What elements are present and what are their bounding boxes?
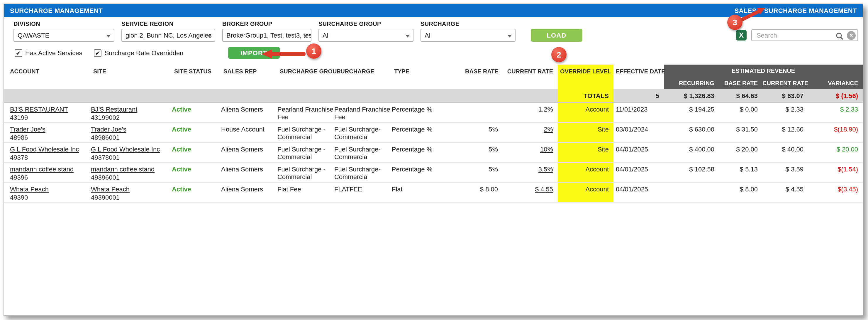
division-label: DIVISION	[13, 21, 114, 27]
er-variance-cell: $ 2.33	[808, 102, 863, 122]
sales-rep-cell: Aliena Somers	[221, 102, 277, 122]
col-header-site[interactable]: SITE	[91, 65, 172, 89]
filter-surcharge: SURCHARGE All	[421, 21, 516, 42]
override-level-cell: Account	[558, 162, 614, 182]
service-region-value: gion 2, Bunn NC, Los Angeles	[125, 32, 212, 39]
col-header-er-recurring[interactable]: RECURRING	[664, 76, 719, 89]
site-link[interactable]: G L Food Wholesale Inc	[91, 145, 160, 152]
er-current-rate-cell: $ 40.00	[763, 142, 808, 162]
broker-group-select[interactable]: BrokerGroup1, Test, test3, tes	[222, 29, 311, 42]
col-header-type[interactable]: TYPE	[392, 65, 463, 89]
chevron-down-icon	[405, 35, 410, 37]
current-rate-cell: 2%	[503, 122, 558, 142]
site-link[interactable]: mandarin coffee stand	[91, 165, 155, 172]
col-header-current-rate[interactable]: CURRENT RATE	[503, 65, 558, 89]
account-cell: G L Food Wholesale Inc 49378	[4, 142, 91, 162]
status-badge: Active	[172, 165, 191, 172]
surcharge-cell: Fuel Surcharge- Commercial	[334, 162, 392, 182]
site-number: 43199002	[91, 114, 172, 121]
er-base-rate-cell: $ 5.13	[719, 162, 763, 182]
site-link[interactable]: BJ'S Restaurant	[91, 106, 137, 112]
filter-division: DIVISION QAWASTE	[13, 21, 114, 42]
er-variance-cell: $(1.54)	[808, 162, 863, 182]
totals-label: TOTALS	[558, 89, 614, 102]
account-link[interactable]: G L Food Wholesale Inc	[10, 145, 79, 152]
account-link[interactable]: Whata Peach	[10, 185, 49, 192]
override-level-cell: Account	[558, 102, 614, 122]
surcharge-select[interactable]: All	[421, 29, 516, 42]
type-cell: Percentage %	[392, 142, 463, 162]
account-link[interactable]: BJ'S RESTAURANT	[10, 106, 68, 112]
table-header-row: ACCOUNT SITE SITE STATUS SALES REP SURCH…	[4, 65, 863, 76]
export-search-tools: X ✕	[736, 29, 858, 42]
search-box: ✕	[751, 29, 858, 41]
surcharge-rate-overridden-checkbox[interactable]	[94, 49, 101, 57]
clear-search-icon[interactable]: ✕	[847, 31, 856, 40]
surcharge-group-label: SURCHARGE GROUP	[318, 21, 413, 27]
account-link[interactable]: Trader Joe's	[10, 125, 45, 133]
current-rate-link[interactable]: 2%	[544, 125, 553, 133]
col-header-base-rate[interactable]: BASE RATE	[463, 65, 503, 89]
base-rate-cell: $ 8.00	[463, 182, 503, 202]
er-current-rate-cell: $ 4.55	[763, 182, 808, 202]
override-level-cell: Account	[558, 182, 614, 202]
er-current-rate-cell: $ 3.59	[763, 162, 808, 182]
site-link[interactable]: Trader Joe's	[91, 125, 126, 133]
surcharge-group-cell: Fuel Surcharge - Commercial	[277, 122, 334, 142]
service-region-select[interactable]: gion 2, Bunn NC, Los Angeles	[121, 29, 215, 42]
col-header-site-status[interactable]: SITE STATUS	[172, 65, 221, 89]
col-header-account[interactable]: ACCOUNT	[4, 65, 91, 89]
sales-rep-cell: Aliena Somers	[221, 182, 277, 202]
sales-rep-cell: House Account	[221, 122, 277, 142]
er-base-rate-cell: $ 8.00	[719, 182, 763, 202]
chevron-down-icon	[303, 35, 308, 37]
surcharge-table: ACCOUNT SITE SITE STATUS SALES REP SURCH…	[4, 65, 863, 202]
annotation-arrow-import	[261, 48, 306, 60]
has-active-services-checkbox[interactable]	[15, 49, 22, 57]
surcharge-cell: Fuel Surcharge- Commercial	[334, 142, 392, 162]
filter-broker-group: BROKER GROUP BrokerGroup1, Test, test3, …	[222, 21, 311, 42]
load-button[interactable]: LOAD	[531, 29, 582, 42]
account-number: 49378	[10, 153, 91, 161]
col-header-sales-rep[interactable]: SALES REP	[221, 65, 277, 89]
site-status-cell: Active	[172, 102, 221, 122]
surcharge-group-select[interactable]: All	[318, 29, 413, 42]
current-rate-link[interactable]: 3.5%	[538, 165, 553, 172]
col-header-surcharge[interactable]: SURCHARGE	[334, 65, 392, 89]
status-badge: Active	[172, 125, 191, 133]
override-level-cell: Site	[558, 122, 614, 142]
site-number: 49396001	[91, 174, 172, 180]
current-rate-link[interactable]: 10%	[540, 145, 553, 152]
totals-count: 5	[614, 89, 664, 102]
base-rate-cell: 5%	[463, 142, 503, 162]
broker-group-value: BrokerGroup1, Test, test3, tes	[226, 32, 311, 39]
col-header-surcharge-group[interactable]: SURCHARGE GROUP	[277, 65, 334, 89]
account-cell: BJ'S RESTAURANT 43199	[4, 102, 91, 122]
account-link[interactable]: mandarin coffee stand	[10, 165, 73, 172]
current-rate-cell: 1.2%	[503, 102, 558, 122]
account-number: 48986	[10, 134, 91, 141]
surcharge-value: All	[425, 32, 432, 39]
chevron-down-icon	[507, 35, 512, 37]
col-header-override-level[interactable]: OVERRIDE LEVEL	[558, 65, 614, 89]
col-header-er-variance[interactable]: VARIANCE	[808, 76, 863, 89]
site-link[interactable]: Whata Peach	[91, 185, 130, 192]
site-number: 49378001	[91, 153, 172, 161]
sales-rep-cell: Aliena Somers	[221, 162, 277, 182]
excel-export-icon[interactable]: X	[736, 30, 747, 40]
effective-date-cell: 03/01/2024	[614, 122, 664, 142]
current-rate-cell: $ 4.55	[503, 182, 558, 202]
col-header-er-base-rate[interactable]: BASE RATE	[719, 76, 763, 89]
annotation-step-3: 3	[727, 15, 743, 30]
current-rate-link[interactable]: $ 4.55	[535, 185, 553, 192]
division-select[interactable]: QAWASTE	[13, 29, 114, 42]
surcharge-label: SURCHARGE	[421, 21, 516, 27]
col-header-er-current-rate[interactable]: CURRENT RATE	[763, 76, 808, 89]
effective-date-cell: 04/01/2025	[614, 162, 664, 182]
options-toolbar: Has Active Services Surcharge Rate Overr…	[4, 42, 863, 62]
totals-recurring: $ 1,326.83	[664, 89, 719, 102]
col-header-effective-date[interactable]: EFFECTIVE DATE	[614, 65, 664, 89]
account-number: 43199	[10, 114, 91, 121]
search-icon[interactable]	[836, 32, 843, 42]
er-base-rate-cell: $ 20.00	[719, 142, 763, 162]
